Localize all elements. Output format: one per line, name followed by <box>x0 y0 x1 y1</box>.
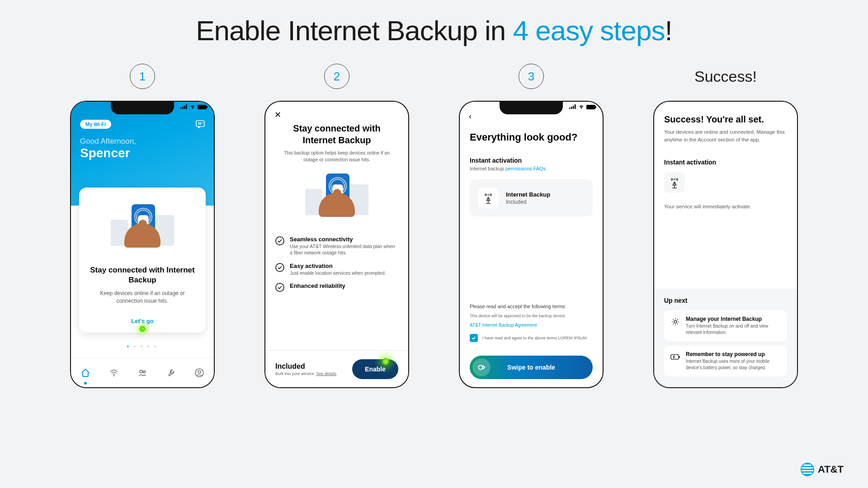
title-prefix: Enable Internet Backup in <box>196 15 513 46</box>
swipe-to-enable[interactable]: Swipe to enable <box>470 356 593 379</box>
faq-line: Internet backup permissions FAQs <box>470 166 593 171</box>
swipe-knob-icon[interactable] <box>472 358 491 376</box>
section-header: Instant activation <box>664 159 787 166</box>
checkbox-checked-icon[interactable] <box>470 334 478 342</box>
card-title: Manage your Internet Backup <box>686 316 781 322</box>
feature-sub: Use your AT&T Wireless unlimited data pl… <box>290 244 398 256</box>
upnext-card-power[interactable]: Remember to stay powered upInternet Back… <box>664 346 787 376</box>
card-title: Remember to stay powered up <box>686 351 781 357</box>
svg-rect-16 <box>575 104 576 109</box>
enable-button[interactable]: Enable <box>352 359 398 379</box>
screen-subtitle: Your devices are online and connected. M… <box>664 128 787 144</box>
back-icon[interactable]: ‹ <box>469 112 472 121</box>
svg-point-20 <box>674 178 675 180</box>
plan-card: Internet BackupIncluded <box>470 179 593 216</box>
checkbox-label: I have read and agree to the above terms… <box>482 336 587 340</box>
highlight-dot-icon <box>139 326 146 332</box>
close-icon[interactable]: ✕ <box>274 110 281 120</box>
wifi-icon <box>189 104 196 110</box>
gear-icon <box>670 317 680 327</box>
tab-wifi[interactable] <box>108 367 119 378</box>
feature-sub: Just enable location services when promp… <box>290 270 386 277</box>
screen-subtitle: This backup option helps keep devices on… <box>275 150 398 163</box>
svg-rect-13 <box>569 108 571 109</box>
swipe-label: Swipe to enable <box>507 364 555 371</box>
chat-icon[interactable] <box>196 120 205 129</box>
phone-screen-1: My Wi-Fi Good Afternoon, Spencer Stay co… <box>70 101 215 388</box>
feature-title: Easy activation <box>290 263 386 269</box>
brand-logo: AT&T <box>801 463 844 476</box>
att-globe-icon <box>801 463 814 476</box>
step-number: 2 <box>334 70 340 84</box>
wifi-pill[interactable]: My Wi-Fi <box>80 120 111 129</box>
enable-label: Enable <box>365 366 386 373</box>
brand-text: AT&T <box>818 464 844 475</box>
screen-title: Stay connected with Internet Backup <box>275 122 398 146</box>
step-2: 2 ✕ Stay connected with Internet Backup … <box>255 64 418 388</box>
svg-point-9 <box>140 370 142 373</box>
lets-go-button[interactable]: Let's go <box>87 318 198 324</box>
svg-rect-5 <box>196 121 204 127</box>
card-subtitle: Included <box>506 199 550 205</box>
svg-point-4 <box>192 108 193 108</box>
phone-screen-2: ✕ Stay connected with Internet Backup Th… <box>264 101 409 388</box>
antenna-icon <box>478 188 499 208</box>
antenna-icon <box>664 172 685 193</box>
title-suffix: ! <box>665 15 672 46</box>
svg-rect-3 <box>186 104 187 109</box>
carousel-dots[interactable]: ● ● ● ● ● <box>71 344 214 348</box>
step-badge-success: Success! <box>694 64 757 89</box>
tab-people[interactable] <box>137 367 148 378</box>
upnext-card-manage[interactable]: Manage your Internet BackupTurn Internet… <box>664 310 787 341</box>
feature-title: Enhanced reliability <box>290 282 345 289</box>
feature-row: Seamless connectivityUse your AT&T Wirel… <box>275 236 398 256</box>
wifi-icon <box>578 104 585 110</box>
page-title: Enable Internet Backup in 4 easy steps! <box>0 0 868 47</box>
footer-subtitle: Built into your service. See details <box>275 371 336 376</box>
phone-screen-3: ‹ Everything look good? Instant activati… <box>459 101 604 388</box>
bottom-tabbar <box>71 357 214 387</box>
terms-section: Please read and accept the following ter… <box>470 304 593 342</box>
agree-checkbox-row[interactable]: I have read and agree to the above terms… <box>470 334 593 342</box>
svg-point-12 <box>198 371 201 373</box>
faq-link[interactable]: permissions FAQs <box>505 166 546 171</box>
tab-home[interactable] <box>80 367 91 378</box>
tab-tools[interactable] <box>165 367 176 378</box>
phone-notch <box>111 102 174 114</box>
card-subtitle: Internet Backup uses more of your mobile… <box>686 358 781 371</box>
cta-label: Let's go <box>131 318 153 324</box>
svg-rect-2 <box>184 106 185 109</box>
step-number: 3 <box>528 70 534 84</box>
feature-row: Easy activationJust enable location serv… <box>275 263 398 277</box>
see-details-link[interactable]: See details <box>316 371 337 376</box>
svg-point-8 <box>113 375 114 376</box>
check-icon <box>275 283 284 292</box>
terms-line: This device will be approved to be the b… <box>470 314 593 318</box>
status-bar <box>180 104 207 110</box>
step-4: Success! Success! You're all set. Your d… <box>644 64 807 388</box>
step-label: Success! <box>694 68 757 85</box>
svg-point-19 <box>479 366 483 370</box>
battery-charge-icon <box>670 352 680 362</box>
hand-phone-illustration <box>275 166 398 230</box>
footer-title: Included <box>275 362 336 371</box>
battery-icon <box>586 105 595 109</box>
card-subtitle: Keep devices online if an outage or conn… <box>87 290 198 305</box>
title-accent: 4 easy steps <box>513 15 665 46</box>
hand-phone-illustration <box>87 195 198 263</box>
agreement-link[interactable]: AT&T Internet Backup Agreement <box>470 323 593 328</box>
screen-title: Success! You're all set. <box>664 114 787 125</box>
up-next-header: Up next <box>664 297 787 304</box>
up-next-section: Up next Manage your Internet BackupTurn … <box>654 289 797 387</box>
signal-icon <box>180 104 188 110</box>
feature-row: Enhanced reliability <box>275 282 398 292</box>
svg-rect-15 <box>573 106 574 109</box>
step-number: 1 <box>139 70 146 84</box>
tab-account[interactable] <box>194 367 205 378</box>
battery-icon <box>198 105 207 109</box>
svg-rect-23 <box>679 356 680 358</box>
svg-rect-1 <box>182 107 184 109</box>
phone-screen-4: Success! You're all set. Your devices ar… <box>653 101 798 388</box>
step-1: 1 My Wi-Fi Good Afternoon, Spencer <box>61 64 224 388</box>
step-3: 3 ‹ Everything look good? Instant activa… <box>450 64 613 388</box>
